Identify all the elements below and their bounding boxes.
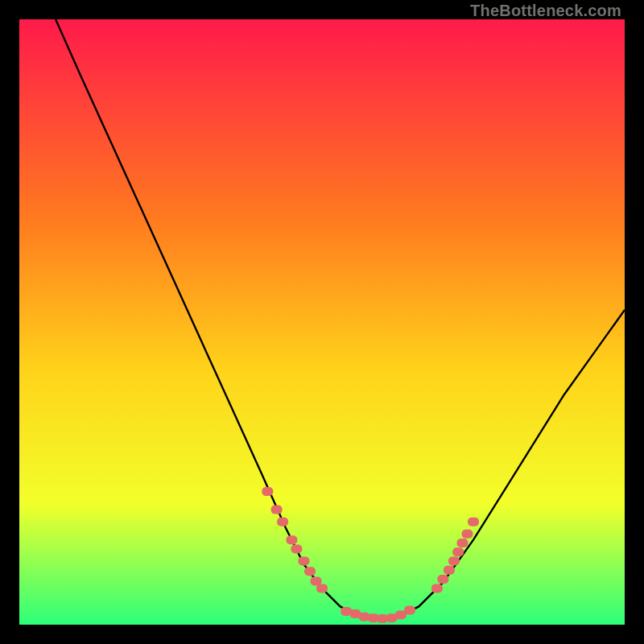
marker-dot bbox=[431, 584, 443, 592]
marker-dot bbox=[444, 566, 455, 575]
marker-dot bbox=[448, 557, 460, 566]
marker-dot bbox=[462, 530, 473, 539]
marker-dot bbox=[452, 547, 464, 556]
marker-dot bbox=[304, 567, 316, 576]
marker-dot bbox=[404, 606, 415, 615]
marker-dot bbox=[262, 487, 273, 496]
marker-dot bbox=[298, 557, 309, 566]
marker-dot bbox=[316, 584, 328, 592]
watermark-text: TheBottleneck.com bbox=[470, 2, 621, 20]
marker-dot bbox=[468, 518, 479, 526]
marker-dot bbox=[271, 506, 283, 514]
marker-dot bbox=[437, 575, 448, 584]
marker-dot bbox=[286, 535, 297, 544]
marker-dot bbox=[291, 545, 302, 554]
chart-frame bbox=[19, 19, 625, 625]
marker-dot bbox=[277, 518, 288, 526]
gradient-background bbox=[19, 19, 625, 625]
marker-dot bbox=[457, 539, 469, 547]
bottleneck-chart bbox=[19, 19, 625, 625]
